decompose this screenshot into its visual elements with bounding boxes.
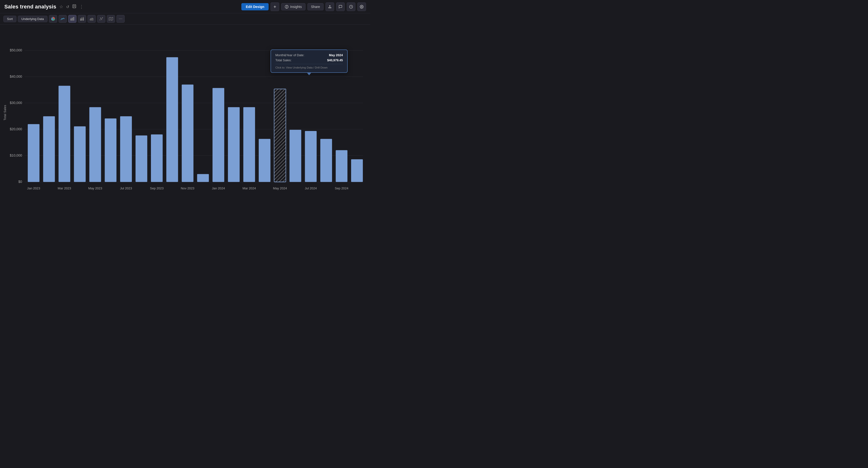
- toolbar: Sort Underlying Data: [0, 13, 370, 25]
- svg-rect-8: [73, 17, 74, 21]
- svg-text:Jan 2024: Jan 2024: [212, 186, 225, 190]
- svg-text:$20,000: $20,000: [10, 127, 22, 131]
- svg-point-5: [361, 6, 362, 7]
- chart-tooltip: Month&Year of Date: May 2024 Total Sales…: [271, 50, 348, 73]
- line-chart-type-button[interactable]: [59, 15, 67, 23]
- svg-point-18: [102, 18, 102, 19]
- svg-text:Nov 2023: Nov 2023: [181, 186, 194, 190]
- svg-rect-7: [72, 18, 73, 21]
- bar-jun2023[interactable]: [105, 118, 117, 182]
- svg-point-23: [122, 19, 122, 19]
- stacked-bar-type-button[interactable]: [78, 15, 86, 23]
- edit-design-button[interactable]: Edit Design: [241, 3, 269, 10]
- svg-text:Sep 2024: Sep 2024: [335, 186, 348, 190]
- chart-more-button[interactable]: [117, 15, 125, 23]
- header-right: Edit Design Insights Share: [241, 2, 366, 11]
- tooltip-sales-row: Total Sales: $40,979.45: [275, 58, 343, 62]
- page-title: Sales trend analysis: [4, 4, 56, 10]
- add-button[interactable]: [271, 2, 279, 11]
- svg-rect-10: [80, 18, 81, 19]
- svg-rect-9: [80, 19, 81, 21]
- bar-aug2023[interactable]: [135, 135, 147, 182]
- scatter-chart-type-button[interactable]: [97, 15, 105, 23]
- svg-point-19: [102, 17, 103, 18]
- svg-point-17: [100, 18, 101, 18]
- share-button[interactable]: Share: [307, 3, 323, 10]
- chart-container: Total Sales: [0, 25, 370, 198]
- svg-text:Sep 2023: Sep 2023: [150, 186, 163, 190]
- bar-jul2024[interactable]: [305, 131, 317, 182]
- svg-rect-14: [83, 17, 84, 18]
- bar-feb2024[interactable]: [228, 107, 240, 182]
- bar-nov2023[interactable]: [182, 84, 194, 182]
- svg-point-2: [287, 8, 287, 8]
- svg-rect-12: [82, 18, 83, 19]
- y-axis-label: Total Sales: [2, 29, 8, 196]
- insights-button[interactable]: Insights: [281, 3, 305, 10]
- bar-aug2024[interactable]: [320, 139, 332, 182]
- svg-text:May 2023: May 2023: [88, 186, 102, 190]
- sort-button[interactable]: Sort: [3, 16, 17, 22]
- chart-svg-area: $0 $10,000 $20,000 $30,000 $40,000 $50,0…: [9, 29, 366, 197]
- svg-text:$0: $0: [18, 180, 22, 183]
- svg-text:Jul 2023: Jul 2023: [120, 186, 132, 190]
- bar-feb2023[interactable]: [43, 116, 55, 182]
- svg-point-15: [100, 20, 100, 20]
- header: Sales trend analysis ☆ ↺ ⋮ Edit Design I…: [0, 0, 370, 13]
- bar-may2023[interactable]: [89, 107, 101, 182]
- settings-button[interactable]: [357, 2, 366, 11]
- bar-mar2024[interactable]: [243, 107, 255, 182]
- bar-sep2024[interactable]: [336, 150, 347, 182]
- area-chart-type-button[interactable]: [88, 15, 96, 23]
- bar-jan2024[interactable]: [212, 88, 224, 182]
- tooltip-month-value: May 2024: [329, 53, 343, 57]
- svg-rect-3: [329, 7, 331, 8]
- svg-text:$50,000: $50,000: [10, 48, 22, 52]
- svg-point-16: [100, 19, 101, 19]
- tooltip-month-row: Month&Year of Date: May 2024: [275, 53, 343, 57]
- tooltip-month-label: Month&Year of Date:: [275, 53, 304, 57]
- map-chart-type-button[interactable]: [107, 15, 115, 23]
- comment-button[interactable]: [336, 2, 345, 11]
- tooltip-sales-value: $40,979.45: [327, 58, 343, 62]
- refresh-icon[interactable]: ↺: [66, 5, 69, 9]
- tooltip-sales-label: Total Sales:: [275, 58, 291, 62]
- bar-oct2024[interactable]: [351, 159, 363, 182]
- header-left: Sales trend analysis ☆ ↺ ⋮: [4, 4, 84, 10]
- svg-text:Jul 2024: Jul 2024: [305, 186, 317, 190]
- star-icon[interactable]: ☆: [59, 4, 63, 9]
- svg-point-21: [119, 19, 120, 19]
- chart-inner: $0 $10,000 $20,000 $30,000 $40,000 $50,0…: [9, 29, 366, 196]
- bar-jul2023[interactable]: [120, 116, 132, 182]
- svg-rect-13: [83, 18, 84, 21]
- export-button[interactable]: [326, 2, 334, 11]
- svg-point-20: [101, 19, 102, 20]
- svg-text:May 2024: May 2024: [273, 186, 287, 190]
- svg-rect-11: [82, 19, 83, 21]
- svg-text:Mar 2024: Mar 2024: [243, 186, 256, 190]
- underlying-data-button[interactable]: Underlying Data: [18, 16, 48, 22]
- svg-text:$10,000: $10,000: [10, 153, 22, 157]
- more-options-icon[interactable]: ⋮: [79, 4, 84, 9]
- svg-text:$30,000: $30,000: [10, 101, 22, 105]
- bar-jan2023[interactable]: [28, 124, 39, 182]
- bar-apr2024[interactable]: [259, 139, 271, 182]
- svg-text:Mar 2023: Mar 2023: [58, 186, 71, 190]
- tooltip-arrow: [307, 72, 311, 75]
- svg-rect-6: [71, 19, 72, 21]
- tooltip-hint: Click to: View Underlying Data / Drill D…: [275, 64, 343, 69]
- svg-point-22: [120, 19, 121, 19]
- bar-oct2023[interactable]: [166, 57, 178, 182]
- bar-chart-type-button[interactable]: [68, 15, 76, 23]
- bar-sep2023[interactable]: [151, 135, 163, 182]
- bar-jun2024[interactable]: [289, 130, 301, 182]
- svg-text:Jan 2023: Jan 2023: [27, 186, 40, 190]
- bar-mar2023[interactable]: [59, 86, 70, 182]
- svg-text:$40,000: $40,000: [10, 75, 22, 79]
- bar-dec2023[interactable]: [197, 174, 209, 182]
- schedule-button[interactable]: [347, 2, 355, 11]
- svg-rect-37: [274, 89, 286, 182]
- bar-apr2023[interactable]: [74, 126, 86, 182]
- save-icon[interactable]: [72, 4, 76, 9]
- pie-chart-type-button[interactable]: [49, 15, 57, 23]
